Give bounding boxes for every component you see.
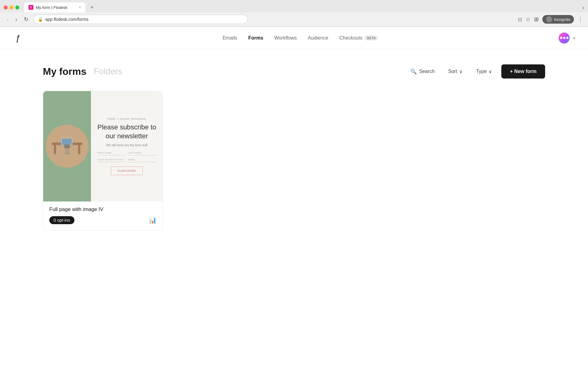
app-logo[interactable]: ƒ — [12, 33, 23, 44]
page-title-area: My forms Folders — [43, 66, 123, 77]
tab-favicon: f — [28, 5, 33, 10]
form-card[interactable]: FREE 1-HOUR TRAINING Please subscribe to… — [43, 91, 163, 231]
svg-rect-2 — [78, 145, 80, 154]
tab-close-button[interactable]: × — [79, 5, 81, 10]
search-label: Search — [419, 69, 435, 74]
svg-rect-10 — [64, 144, 70, 148]
tab-title: My form | Flodesk — [36, 5, 67, 10]
browser-address-bar: ‹ › ↻ 🔒 app.flodesk.com/forms ⊡ ☆ ⊞ Inco… — [0, 12, 588, 27]
svg-rect-1 — [54, 145, 56, 154]
page-title: My forms — [43, 66, 86, 77]
preview-split: FREE 1-HOUR TRAINING Please subscribe to… — [43, 91, 163, 201]
avatar-dot-1 — [560, 37, 562, 39]
nav-item-audience[interactable]: Audience — [308, 34, 328, 42]
active-browser-tab[interactable]: f My form | Flodesk × — [24, 2, 85, 12]
browser-menu-icon[interactable]: ⋮ — [578, 16, 583, 23]
preview-field-lastname-label: LAST NAME — [128, 152, 156, 154]
desk-illustration — [47, 131, 87, 162]
incognito-icon — [546, 16, 552, 22]
maximize-window-button[interactable] — [15, 6, 19, 10]
sort-chevron: ∨ — [459, 69, 463, 75]
preview-subscribe-button: SUBSCRIBE — [111, 167, 142, 175]
preview-tag: FREE 1-HOUR TRAINING — [107, 117, 146, 121]
browser-refresh-button[interactable]: ↻ — [22, 15, 30, 24]
address-url: app.flodesk.com/forms — [45, 17, 89, 22]
browser-back-button[interactable]: ‹ — [5, 15, 10, 24]
extensions-icon[interactable]: ⊞ — [534, 16, 539, 23]
avatar-dot-2 — [563, 37, 565, 39]
preview-field-firstname: FIRST NAME — [97, 152, 126, 155]
svg-rect-7 — [66, 148, 66, 153]
user-menu-chevron[interactable]: ∨ — [573, 36, 576, 40]
type-button[interactable]: Type ∨ — [472, 66, 497, 77]
preview-left — [43, 91, 91, 201]
lock-icon: 🔒 — [38, 17, 43, 22]
nav-item-emails[interactable]: Emails — [223, 34, 237, 42]
window-controls — [4, 6, 19, 10]
sort-label: Sort — [448, 69, 457, 74]
page-actions: 🔍 Search Sort ∨ Type ∨ + New form — [406, 64, 545, 79]
app-header: ƒ Emails Forms Workflows Audience Checko… — [0, 27, 588, 49]
nav-item-checkouts-container: Checkouts BETA — [339, 34, 378, 42]
main-content: My forms Folders 🔍 Search Sort ∨ Type ∨ … — [0, 49, 588, 246]
avatar-dot-3 — [566, 37, 568, 39]
flodesk-logo: ƒ — [15, 33, 20, 43]
preview-field-row-2: YOUR FAVORITE FOOD EMAIL — [97, 159, 156, 162]
bookmark-icon[interactable]: ☆ — [526, 16, 530, 23]
browser-actions: ⊡ ☆ ⊞ Incognito ⋮ — [518, 15, 583, 24]
nav-item-workflows[interactable]: Workflows — [274, 34, 297, 42]
tab-more-button[interactable]: › — [582, 4, 584, 11]
user-avatar[interactable] — [559, 33, 570, 44]
analytics-icon[interactable]: 📊 — [149, 217, 156, 224]
preview-field-email-label: EMAIL — [128, 159, 156, 161]
beta-badge: BETA — [365, 36, 378, 40]
preview-headline: Please subscribe to our newsletter — [97, 123, 156, 140]
new-tab-button[interactable]: + — [88, 3, 96, 12]
app: ƒ Emails Forms Workflows Audience Checko… — [0, 27, 588, 368]
svg-rect-9 — [64, 153, 70, 154]
address-bar[interactable]: 🔒 app.flodesk.com/forms — [33, 15, 248, 24]
form-card-name: Full page with image IV — [49, 206, 156, 213]
nav-item-forms[interactable]: Forms — [248, 34, 263, 42]
nav-item-checkouts[interactable]: Checkouts — [339, 34, 363, 42]
preview-right: FREE 1-HOUR TRAINING Please subscribe to… — [91, 91, 163, 201]
browser-tab-bar: f My form | Flodesk × + › — [0, 0, 588, 12]
preview-field-row-1: FIRST NAME LAST NAME — [97, 152, 156, 155]
forms-grid: FREE 1-HOUR TRAINING Please subscribe to… — [43, 91, 545, 231]
incognito-label: Incognito — [554, 17, 570, 22]
avatar-dots — [560, 37, 568, 39]
svg-rect-4 — [62, 139, 72, 145]
folders-link[interactable]: Folders — [94, 67, 122, 76]
browser-chrome: f My form | Flodesk × + › ‹ › ↻ 🔒 app.fl… — [0, 0, 588, 27]
type-label: Type — [476, 69, 487, 74]
new-form-button[interactable]: + New form — [501, 64, 545, 79]
preview-subtext: We will send you the best stuff — [106, 144, 148, 147]
preview-field-lastname: LAST NAME — [128, 152, 156, 155]
search-button[interactable]: 🔍 Search — [406, 66, 439, 77]
form-card-body: Full page with image IV 0 opt-ins 📊 — [43, 201, 163, 230]
form-card-preview: FREE 1-HOUR TRAINING Please subscribe to… — [43, 91, 163, 201]
header-right: ∨ — [559, 33, 576, 44]
browser-forward-button[interactable]: › — [13, 15, 19, 24]
form-card-footer: 0 opt-ins 📊 — [49, 216, 156, 224]
main-nav: Emails Forms Workflows Audience Checkout… — [42, 34, 559, 42]
page-header: My forms Folders 🔍 Search Sort ∨ Type ∨ … — [43, 64, 545, 79]
type-chevron: ∨ — [488, 69, 492, 75]
preview-image-circle — [46, 125, 89, 168]
preview-field-email: EMAIL — [128, 159, 156, 162]
sort-button[interactable]: Sort ∨ — [444, 66, 467, 77]
search-icon: 🔍 — [410, 68, 417, 75]
cast-icon[interactable]: ⊡ — [518, 17, 522, 22]
preview-field-favfood-label: YOUR FAVORITE FOOD — [97, 159, 126, 161]
preview-field-firstname-label: FIRST NAME — [97, 152, 126, 154]
close-window-button[interactable] — [4, 6, 8, 10]
minimize-window-button[interactable] — [9, 6, 13, 10]
incognito-badge: Incognito — [542, 15, 574, 24]
preview-field-favfood: YOUR FAVORITE FOOD — [97, 159, 126, 162]
opt-ins-badge: 0 opt-ins — [49, 216, 74, 224]
svg-rect-8 — [68, 148, 69, 153]
preview-fields: FIRST NAME LAST NAME YOUR FAVORITE FOOD — [97, 152, 156, 162]
